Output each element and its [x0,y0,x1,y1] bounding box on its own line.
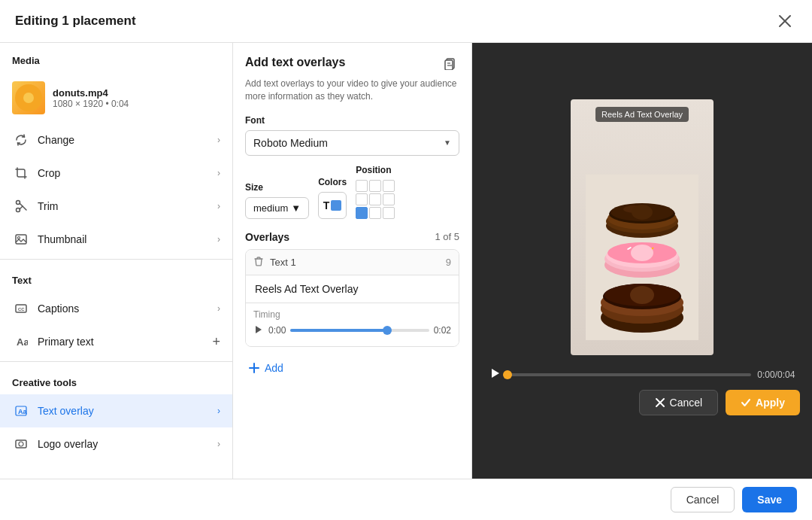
sidebar-item-captions[interactable]: CC Captions › [0,292,232,325]
timing-label: Timing [253,309,451,320]
panel-info-button[interactable] [440,55,459,75]
colors-group: Colors T [318,177,347,219]
font-selector[interactable]: Roboto Medium ▼ [245,130,459,156]
captions-chevron: › [217,303,220,314]
position-cell-1[interactable] [369,180,381,192]
overlay-delete-button[interactable] [253,256,264,269]
timing-play-button[interactable] [253,324,264,337]
timing-slider-thumb[interactable] [383,326,392,335]
apply-label: Apply [756,397,785,409]
sidebar-item-trim-label: Trim [38,200,217,212]
primary-text-add-icon[interactable]: + [212,334,220,350]
svg-text:CC: CC [18,307,25,312]
sidebar-item-crop-label: Crop [38,167,217,179]
svg-point-16 [19,442,23,446]
scrubber-thumb[interactable] [503,370,512,379]
cancel-x-icon [655,397,665,408]
apply-check-icon [741,397,751,408]
sidebar-item-thumbnail-label: Thumbnail [38,233,217,245]
middle-panel: Add text overlays Add text overlays to y… [233,43,472,479]
color-swatch-button[interactable]: T [318,192,347,219]
overlays-header: Overlays 1 of 5 [245,231,459,243]
position-cell-6[interactable] [356,207,368,219]
position-cell-4[interactable] [369,193,381,205]
timing-row: 0:00 0:02 [253,324,451,337]
timing-end: 0:02 [434,325,451,336]
position-cell-8[interactable] [383,207,395,219]
svg-text:Aa: Aa [18,408,27,415]
position-cell-0[interactable] [356,180,368,192]
media-filename: donuts.mp4 [53,87,129,99]
text-overlay-chevron: › [217,406,220,416]
position-group: Position [356,165,395,219]
close-button[interactable] [773,9,797,33]
left-panel: Media donuts.mp4 1080 × 1920 • 0:04 [0,43,233,479]
position-cell-3[interactable] [356,193,368,205]
modal-body: Media donuts.mp4 1080 × 1920 • 0:04 [0,43,812,479]
position-cell-5[interactable] [383,193,395,205]
svg-marker-21 [256,326,262,333]
panel-subtitle: Add text overlays to your video to give … [245,78,459,103]
video-preview: Reels Ad Text Overlay [571,99,714,355]
scrubber-track[interactable] [508,373,752,376]
close-icon [778,14,792,28]
text-overlay-icon: Aa [12,402,30,420]
size-color-position-row: Size medium ▼ Colors T [245,165,459,219]
add-overlay-button[interactable]: Add [245,356,286,380]
svg-line-7 [20,206,23,209]
overlay-name: Text 1 [270,257,446,268]
modal-title: Editing 1 placement [15,14,136,29]
overlays-title: Overlays [245,231,289,243]
font-label: Font [245,115,459,126]
svg-text:Aa: Aa [17,336,28,348]
footer-save-label: Save [757,494,782,506]
timing-slider[interactable] [290,329,429,332]
cancel-dark-label: Cancel [670,397,703,409]
sidebar-item-trim[interactable]: Trim › [0,190,232,223]
sidebar-item-thumbnail[interactable]: Thumbnail › [0,223,232,256]
timing-section: Timing 0:00 [246,303,459,346]
media-thumbnail [12,81,45,114]
plus-icon [248,362,260,374]
position-label: Position [356,165,395,175]
save-button[interactable]: Save [742,487,797,512]
apply-button[interactable]: Apply [726,390,800,415]
sidebar-item-logo-overlay-label: Logo overlay [38,438,217,450]
svg-point-48 [632,205,653,220]
sidebar-item-change[interactable]: Change › [0,123,232,157]
sidebar-item-text-overlay[interactable]: Aa Text overlay › [0,394,232,427]
media-info: donuts.mp4 1080 × 1920 • 0:04 [53,87,129,109]
colors-label: Colors [318,177,347,187]
panel-title: Add text overlays [245,56,345,69]
logo-overlay-chevron: › [217,439,220,449]
sidebar-item-change-label: Change [38,134,217,146]
position-cell-7[interactable] [369,207,381,219]
scrubber-play-button[interactable] [489,367,501,382]
donut-preview-image [571,99,714,355]
overlay-text-input[interactable] [246,275,459,303]
svg-point-31 [630,286,654,304]
action-bar: Cancel Apply [472,382,812,423]
timing-start: 0:00 [268,325,286,336]
logo-overlay-icon [12,435,30,453]
sidebar-item-primary-text[interactable]: Aa Primary text + [0,325,232,358]
sidebar-item-logo-overlay[interactable]: Logo overlay › [0,427,232,461]
change-chevron: › [217,135,220,145]
sidebar-item-captions-label: Captions [38,303,217,315]
media-section-label: Media [0,43,232,72]
size-label: Size [245,182,309,193]
overlays-count: 1 of 5 [435,231,459,242]
timing-slider-fill [290,329,387,332]
size-selector[interactable]: medium ▼ [245,197,309,219]
size-group: Size medium ▼ [245,182,309,219]
play-icon [253,324,264,335]
position-cell-2[interactable] [383,180,395,192]
cancel-dark-button[interactable]: Cancel [639,390,719,415]
svg-rect-8 [16,235,26,244]
scrubber-time: 0:00/0:04 [757,369,795,380]
cancel-button[interactable]: Cancel [671,487,735,512]
sidebar-item-crop[interactable]: Crop › [0,157,232,190]
add-overlay-label: Add [265,362,283,374]
donut-thumb-icon [14,83,44,113]
font-dropdown-icon: ▼ [444,138,451,147]
